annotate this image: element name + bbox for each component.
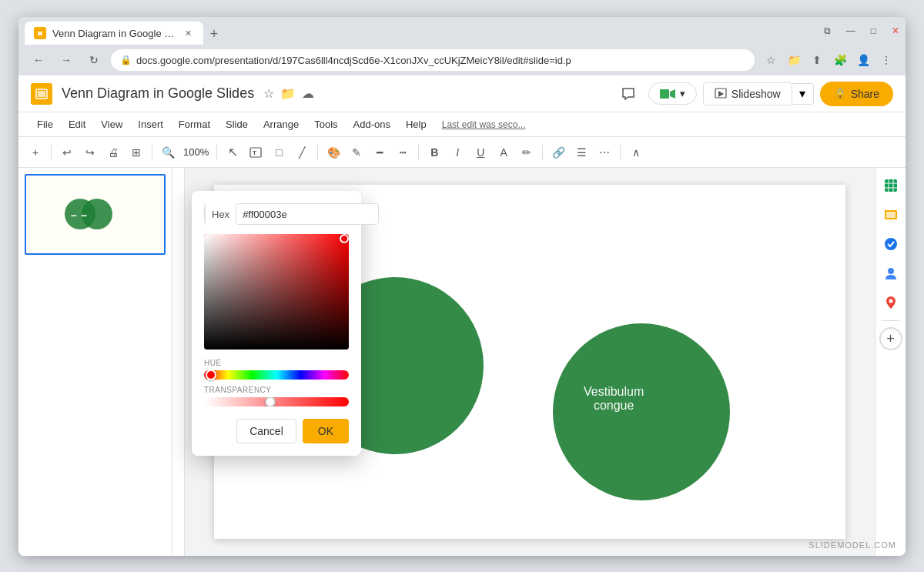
menu-bar: File Edit View Insert Format Slide Arran… bbox=[18, 112, 906, 137]
hue-track[interactable] bbox=[204, 370, 349, 380]
share-label: Share bbox=[851, 88, 879, 100]
slides-panel: 1 −− bbox=[18, 168, 172, 556]
contacts-icon[interactable] bbox=[879, 262, 902, 285]
menu-edit[interactable]: Edit bbox=[62, 115, 92, 133]
bookmark-icon[interactable]: ☆ bbox=[761, 50, 781, 70]
fill-color-button[interactable]: 🎨 bbox=[323, 142, 344, 163]
line-weight-button[interactable]: ━ bbox=[369, 142, 390, 163]
mini-minus-icons: −− bbox=[71, 209, 87, 222]
slideshow-button[interactable]: Slideshow bbox=[703, 82, 792, 105]
url-text: docs.google.com/presentation/d/197Cas6ll… bbox=[136, 55, 745, 66]
color-picker-dialog: Hex HUE bbox=[192, 191, 361, 456]
dialog-buttons: Cancel OK bbox=[204, 419, 349, 443]
right-sidebar: + bbox=[875, 168, 906, 556]
color-preview bbox=[204, 203, 206, 225]
last-edit-text[interactable]: Last edit was seco... bbox=[442, 119, 526, 130]
menu-arrange[interactable]: Arrange bbox=[257, 115, 305, 133]
divider-3 bbox=[216, 145, 217, 160]
menu-help[interactable]: Help bbox=[400, 115, 433, 133]
move-to-folder-icon[interactable]: 📁 bbox=[280, 86, 296, 101]
tab-close-button[interactable]: ✕ bbox=[182, 27, 194, 39]
more-button[interactable]: ⋯ bbox=[594, 142, 615, 163]
title-bar: Venn Diagram in Google Slides ✕ + ⧉ — □ … bbox=[18, 17, 906, 45]
format-paint-button[interactable]: ⊞ bbox=[126, 142, 147, 163]
slides-side-icon[interactable] bbox=[879, 203, 902, 226]
cloud-icon[interactable]: ☁ bbox=[302, 86, 314, 101]
maps-icon[interactable] bbox=[879, 291, 902, 314]
zoom-button[interactable]: 🔍 bbox=[157, 142, 179, 163]
menu-file[interactable]: File bbox=[31, 115, 59, 133]
hex-label: Hex bbox=[212, 209, 229, 220]
meet-button[interactable]: ▾ bbox=[648, 82, 697, 105]
back-button[interactable]: ← bbox=[28, 49, 49, 71]
transparency-thumb[interactable] bbox=[265, 397, 276, 406]
link-button[interactable]: 🔗 bbox=[547, 142, 569, 163]
svg-point-18 bbox=[888, 268, 894, 274]
ok-button[interactable]: OK bbox=[303, 419, 349, 443]
hue-thumb[interactable] bbox=[206, 370, 216, 380]
share-button[interactable]: 🔒 Share bbox=[820, 82, 893, 106]
align-button[interactable]: ☰ bbox=[571, 142, 592, 163]
text-box-button[interactable]: T bbox=[245, 142, 266, 163]
extensions-icon[interactable]: 🧩 bbox=[830, 50, 850, 70]
cancel-button[interactable]: Cancel bbox=[236, 419, 296, 443]
star-icon[interactable]: ☆ bbox=[263, 86, 274, 101]
add-sidebar-button[interactable]: + bbox=[879, 327, 902, 350]
window-close-button[interactable]: ✕ bbox=[892, 25, 899, 36]
redo-button[interactable] bbox=[79, 142, 101, 163]
share-address-icon[interactable]: ⬆ bbox=[807, 50, 827, 70]
chrome-menu-icon[interactable]: ⋮ bbox=[876, 50, 896, 70]
slides-app-icon bbox=[31, 83, 52, 105]
save-to-drive-icon[interactable]: 📁 bbox=[784, 50, 804, 70]
svg-rect-1 bbox=[38, 32, 42, 35]
italic-button[interactable]: I bbox=[447, 142, 468, 163]
main-area: 1 −− bbox=[18, 168, 906, 556]
menu-insert[interactable]: Insert bbox=[132, 115, 169, 133]
window-restore-button[interactable]: ⧉ bbox=[824, 25, 831, 36]
zoom-level[interactable]: 100% bbox=[180, 146, 212, 158]
print-button[interactable]: 🖨 bbox=[102, 142, 124, 163]
bold-button[interactable]: B bbox=[424, 142, 445, 163]
divider-7 bbox=[620, 145, 621, 160]
svg-point-19 bbox=[889, 299, 892, 303]
menu-format[interactable]: Format bbox=[172, 115, 216, 133]
menu-tools[interactable]: Tools bbox=[308, 115, 343, 133]
slide-thumbnail-1[interactable]: 1 −− bbox=[25, 174, 166, 255]
transparency-track[interactable] bbox=[204, 397, 349, 406]
profile-icon[interactable]: 👤 bbox=[853, 50, 873, 70]
comment-button[interactable] bbox=[614, 80, 642, 108]
underline-button[interactable]: U bbox=[470, 142, 491, 163]
slideshow-dropdown-button[interactable]: ▾ bbox=[792, 83, 814, 105]
svg-rect-4 bbox=[660, 89, 669, 99]
forward-button[interactable]: → bbox=[55, 49, 77, 71]
menu-view[interactable]: View bbox=[95, 115, 129, 133]
active-tab[interactable]: Venn Diagram in Google Slides ✕ bbox=[25, 22, 203, 45]
gradient-cursor bbox=[340, 234, 349, 243]
window-minimize-button[interactable]: — bbox=[846, 25, 855, 36]
vestibulum-text: Vestibulum congue bbox=[584, 385, 644, 413]
undo-button[interactable] bbox=[56, 142, 78, 163]
line-dash-button[interactable]: ┅ bbox=[392, 142, 413, 163]
collapse-toolbar-button[interactable]: ∧ bbox=[625, 142, 647, 163]
line-color-button[interactable]: ✎ bbox=[346, 142, 367, 163]
line-button[interactable]: ╱ bbox=[291, 142, 313, 163]
tasks-icon[interactable] bbox=[879, 232, 902, 256]
new-tab-button[interactable]: + bbox=[203, 23, 225, 45]
window-maximize-button[interactable]: □ bbox=[871, 25, 876, 36]
refresh-button[interactable]: ↻ bbox=[83, 49, 105, 71]
svg-rect-16 bbox=[886, 212, 896, 218]
color-gradient[interactable] bbox=[204, 234, 349, 350]
shape-button[interactable]: □ bbox=[268, 142, 290, 163]
transparency-slider-container: TRANSPARENCY bbox=[204, 386, 349, 406]
highlight-button[interactable]: ✏ bbox=[516, 142, 537, 163]
sheets-icon[interactable] bbox=[879, 174, 902, 197]
venn-mini: −− bbox=[65, 199, 126, 229]
font-color-button[interactable]: A bbox=[493, 142, 514, 163]
menu-addons[interactable]: Add-ons bbox=[347, 115, 397, 133]
format-toolbar: + 🖨 ⊞ 🔍 100% ↖ T □ ╱ 🎨 ✎ ━ ┅ B I U A ✏ 🔗… bbox=[18, 137, 906, 168]
insert-button[interactable]: + bbox=[25, 142, 46, 163]
menu-slide[interactable]: Slide bbox=[219, 115, 254, 133]
url-bar[interactable]: 🔒 docs.google.com/presentation/d/197Cas6… bbox=[111, 49, 755, 71]
hex-input[interactable] bbox=[236, 203, 379, 225]
cursor-button[interactable]: ↖ bbox=[222, 142, 243, 163]
